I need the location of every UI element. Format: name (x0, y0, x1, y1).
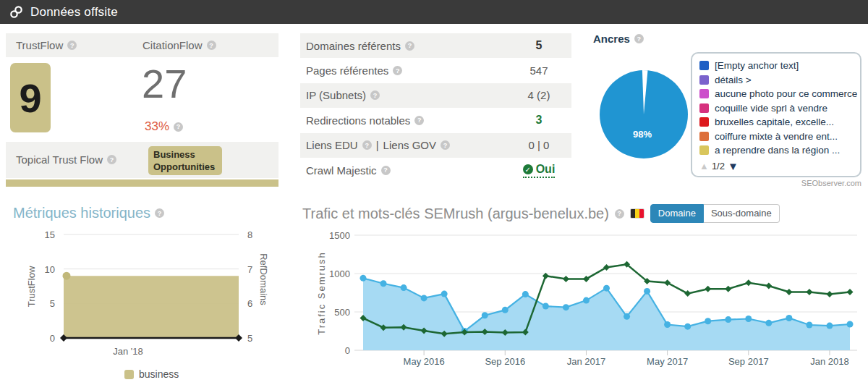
citationflow-header: CitationFlow ? (142, 39, 216, 51)
svg-text:Jan 2017: Jan 2017 (567, 356, 606, 367)
citationflow-value: 27 (142, 64, 187, 104)
legend-swatch (124, 370, 134, 379)
metric-value: 5 (505, 39, 573, 52)
legend-swatch (699, 75, 709, 85)
anchors-legend-list: [Empty anchor text]détails >aucune photo… (692, 54, 860, 159)
trustflow-value-badge: 9 (10, 63, 51, 132)
metric-label: Pages référentes? (306, 64, 402, 77)
svg-text:10: 10 (45, 264, 55, 275)
legend-label: bruxelles capitale, excelle... (715, 117, 834, 127)
section-header: Données offsite (0, 0, 868, 24)
legend-swatch (699, 145, 709, 155)
tab-domaine[interactable]: Domaine (650, 204, 704, 223)
help-icon[interactable]: ? (393, 66, 402, 75)
topical-color-bar (6, 179, 278, 187)
anchors-title-text: Ancres (593, 33, 630, 45)
metric-label: Redirections notables? (306, 114, 424, 127)
history-chart: 0556107158TrustFlowRefDomainsJan '18 (0, 226, 289, 371)
ratio-value: 33% (145, 119, 169, 134)
help-icon[interactable]: ? (405, 41, 414, 51)
semrush-chart: 050010001500Trafic SemrushMay 2016Sep 20… (297, 228, 868, 371)
trustflow-header: TrustFlow ? (16, 39, 142, 51)
svg-text:5: 5 (247, 333, 252, 344)
citationflow-label: CitationFlow (142, 39, 203, 51)
legend-label: a reprendre dans la région ... (715, 145, 840, 156)
page-title: Données offsite (30, 5, 118, 20)
help-icon[interactable]: ? (107, 155, 116, 164)
legend-swatch (699, 103, 709, 113)
legend-label: détails > (715, 75, 752, 85)
svg-text:0: 0 (345, 345, 350, 356)
legend-swatch (699, 89, 709, 98)
metric-value: 0 | 0 (505, 139, 573, 151)
metric-row: Liens EDU?|Liens GOV?0 | 0 (300, 133, 571, 158)
metric-row: Redirections notables?3 (300, 108, 571, 132)
help-icon[interactable]: ? (174, 122, 183, 132)
anchors-legend-pager: ▲ 1/2 ▼ (699, 160, 739, 172)
topical-trust-flow-label: Topical Trust Flow ? (16, 153, 116, 166)
legend-swatch (699, 61, 709, 70)
svg-text:500: 500 (334, 307, 350, 318)
watermark-link[interactable]: SEObserver.com (691, 179, 861, 187)
semrush-section-header: Trafic et mots-clés SEMrush (argus-benel… (302, 203, 780, 224)
svg-text:8: 8 (247, 229, 252, 240)
svg-text:5: 5 (50, 298, 55, 309)
help-icon[interactable]: ? (381, 166, 391, 175)
anchor-legend-item[interactable]: détails > (699, 73, 853, 88)
svg-text:May 2017: May 2017 (647, 356, 688, 367)
help-icon[interactable]: ? (155, 208, 164, 218)
svg-text:TrustFlow: TrustFlow (26, 266, 37, 307)
anchor-legend-item[interactable]: entreprise générale de réno... (699, 158, 853, 160)
legend-label: coquille vide sprl à vendre (715, 103, 827, 114)
svg-text:May 2016: May 2016 (404, 356, 445, 367)
anchor-legend-item[interactable]: coiffure mixte à vendre ent... (699, 130, 853, 144)
metric-value: 547 (505, 64, 573, 77)
semrush-domain-tabs: Domaine Sous-domaine (650, 204, 780, 223)
anchor-legend-item[interactable]: bruxelles capitale, excelle... (699, 115, 853, 130)
metric-row: IP (Subnets)?4 (2) (300, 83, 571, 108)
trustflow-label: TrustFlow (16, 39, 63, 51)
anchor-legend-item[interactable]: aucune photo pour ce commerce (699, 87, 853, 101)
check-circle-icon: ✓ (523, 164, 533, 174)
semrush-title: Trafic et mots-clés SEMrush (argus-benel… (302, 206, 609, 222)
trust-panel-header: TrustFlow ? CitationFlow ? (6, 33, 278, 57)
legend-swatch (699, 117, 709, 127)
history-title-text: Métriques historiques (13, 205, 150, 221)
svg-text:98%: 98% (633, 129, 652, 140)
link-icon (9, 5, 23, 19)
anchors-title: Ancres ? (593, 33, 644, 45)
legend-label: business (139, 368, 179, 380)
svg-text:RefDomains: RefDomains (258, 253, 269, 305)
topical-label-text: Topical Trust Flow (16, 153, 103, 166)
help-icon[interactable]: ? (414, 116, 424, 125)
pager-up-icon[interactable]: ▲ (699, 161, 709, 172)
help-icon[interactable]: ? (67, 41, 77, 50)
metric-row: Pages référentes?547 (300, 58, 571, 82)
help-icon[interactable]: ? (362, 140, 372, 150)
anchor-legend-item[interactable]: [Empty anchor text] (699, 59, 853, 73)
history-chart-legend[interactable]: business (124, 368, 179, 380)
tab-sous-domaine[interactable]: Sous-domaine (704, 204, 780, 223)
tf-cf-ratio: 33% ? (145, 119, 183, 134)
anchor-legend-item[interactable]: coquille vide sprl à vendre (699, 101, 853, 116)
anchors-legend-box: [Empty anchor text]détails >aucune photo… (691, 52, 861, 177)
svg-text:15: 15 (45, 229, 55, 240)
offsite-dashboard: Données offsite TrustFlow ? CitationFlow… (0, 0, 868, 385)
belgium-flag-icon (630, 208, 644, 219)
help-icon[interactable]: ? (634, 34, 644, 43)
topical-category-badge[interactable]: Business Opportunities (148, 146, 222, 175)
metric-value[interactable]: ✓Oui (505, 162, 573, 179)
topical-trust-flow-row: Topical Trust Flow ? Business Opportunit… (6, 142, 278, 178)
svg-text:Jan 2018: Jan 2018 (810, 356, 849, 367)
svg-text:Trafic Semrush: Trafic Semrush (316, 251, 327, 335)
anchor-legend-item[interactable]: a reprendre dans la région ... (699, 143, 853, 158)
anchors-pie-chart: 98% (596, 64, 692, 162)
help-icon[interactable]: ? (441, 140, 450, 150)
metric-label: Crawl Majestic? (306, 164, 391, 177)
help-icon[interactable]: ? (370, 90, 380, 100)
help-icon[interactable]: ? (207, 41, 216, 50)
pager-down-icon[interactable]: ▼ (728, 160, 739, 172)
help-icon[interactable]: ? (615, 209, 624, 219)
svg-text:1500: 1500 (329, 230, 350, 241)
metric-row: Domaines référents?5 (300, 33, 571, 58)
